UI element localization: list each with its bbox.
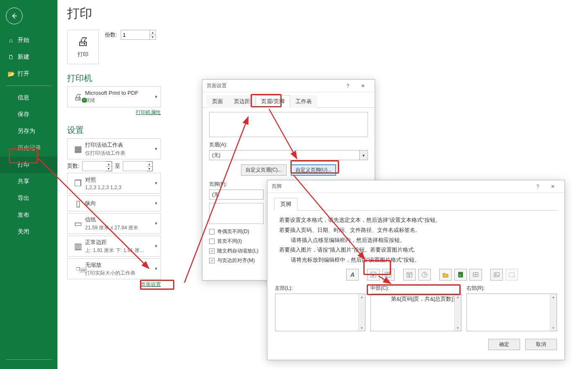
header-label: 页眉(A): xyxy=(209,141,368,148)
back-button[interactable] xyxy=(6,8,23,24)
checkbox-first-page[interactable] xyxy=(209,239,215,244)
pages-to-input[interactable] xyxy=(123,161,147,171)
copies-label: 份数: xyxy=(105,31,117,39)
opt-sub: 打印实际大小的工作表 xyxy=(85,270,135,277)
nav-saveas[interactable]: 另存为 xyxy=(0,123,57,140)
new-file-icon: 🗋 xyxy=(8,54,14,60)
opt-sub: 1,2,3 1,2,3 1,2,3 xyxy=(85,184,122,190)
nav-label: 另存为 xyxy=(18,127,35,135)
checkbox-scale[interactable]: ✓ xyxy=(209,248,215,254)
left-section-label: 左部(L): xyxy=(275,285,365,292)
insert-time-button[interactable] xyxy=(418,269,431,281)
chevron-down-icon: ▼ xyxy=(154,267,158,271)
checkbox-odd-even[interactable] xyxy=(209,229,215,234)
printer-selector[interactable]: 🖨✓ Microsoft Print to PDF 就绪 ▼ xyxy=(67,86,161,107)
svg-rect-4 xyxy=(387,273,391,277)
margins-selector[interactable]: ▥ 正常边距 上: 1.91 厘米 下: 1.91 厘… ▼ xyxy=(67,236,161,257)
insert-sheetname-button[interactable] xyxy=(469,269,482,281)
nav-new[interactable]: 🗋 新建 xyxy=(0,49,57,65)
svg-text:7: 7 xyxy=(408,274,410,278)
ok-button[interactable]: 确定 xyxy=(488,339,520,350)
nav-label: 新建 xyxy=(18,53,29,61)
scaling-selector[interactable]: ❐100 无缩放 打印实际大小的工作表 ▼ xyxy=(67,258,161,279)
scaling-icon: ❐100 xyxy=(71,267,85,271)
nav-home[interactable]: ⌂ 开始 xyxy=(0,32,57,49)
collate-icon: ❐ xyxy=(71,178,85,188)
print-what-selector[interactable]: ▦ 打印活动工作表 仅打印活动工作表 ▼ xyxy=(67,138,161,159)
chevron-down-icon: ▼ xyxy=(154,244,158,248)
page-setup-link[interactable]: 页面设置 xyxy=(141,281,161,287)
tab-page[interactable]: 页面 xyxy=(207,95,228,108)
footer-combo[interactable]: (无 xyxy=(209,190,264,200)
svg-text:#: # xyxy=(372,273,374,277)
insert-filepath-button[interactable] xyxy=(439,269,452,281)
nav-label: 打印 xyxy=(18,161,29,169)
dialog-title: 页面设置 xyxy=(207,82,227,89)
left-section-textarea[interactable]: ▴▾ xyxy=(275,294,365,331)
open-folder-icon: 📂 xyxy=(8,70,14,77)
center-section-textarea[interactable]: 第&[页码]页，共&[总页数]页▴▾ xyxy=(370,294,461,331)
pages-to-stepper[interactable]: ▲▼ xyxy=(147,161,153,172)
header-combo[interactable]: (无) ▾ xyxy=(209,150,368,160)
orientation-selector[interactable]: ▯ 纵向 ▼ xyxy=(67,195,161,211)
printer-device-icon: 🖨✓ xyxy=(71,92,85,102)
printer-icon: 🖨 xyxy=(67,34,98,48)
spin-up-icon[interactable]: ▲ xyxy=(150,30,155,35)
tab-header-footer[interactable]: 页眉/页脚 xyxy=(256,95,290,108)
scrollbar[interactable]: ▴▾ xyxy=(358,294,365,331)
nav-print[interactable]: 打印 xyxy=(0,156,57,173)
chk-label: 随文档自动缩放(L) xyxy=(217,247,259,255)
print-button-label: 打印 xyxy=(67,51,98,58)
nav-close[interactable]: 关闭 xyxy=(0,223,57,240)
nav-label: 发布 xyxy=(18,211,29,219)
format-picture-button[interactable] xyxy=(505,269,518,281)
nav-label: 开始 xyxy=(18,36,29,44)
help-button[interactable]: ? xyxy=(530,184,545,190)
nav-export[interactable]: 导出 xyxy=(0,190,57,207)
tab-sheet[interactable]: 工作表 xyxy=(290,95,317,108)
nav-save[interactable]: 保存 xyxy=(0,106,57,123)
right-section-textarea[interactable]: ▴▾ xyxy=(466,294,557,331)
nav-label: 历史记录 xyxy=(18,144,41,152)
checkbox-align[interactable]: ✓ xyxy=(209,258,215,263)
close-button[interactable]: ✕ xyxy=(545,184,560,190)
nav-label: 保存 xyxy=(18,111,29,118)
nav-separator xyxy=(6,86,52,86)
opt-title: 纵向 xyxy=(85,200,96,207)
pages-from-stepper[interactable]: ▲▼ xyxy=(106,161,112,172)
chevron-down-icon: ▼ xyxy=(154,221,158,226)
pages-to-label: 至 xyxy=(115,162,120,170)
right-section-label: 右部(R): xyxy=(466,285,557,292)
footer-tab[interactable]: 页脚 xyxy=(274,198,298,210)
print-button[interactable]: 🖨 打印 xyxy=(67,30,99,64)
collate-selector[interactable]: ❐ 对照 1,2,3 1,2,3 1,2,3 ▼ xyxy=(67,173,161,194)
custom-header-button[interactable]: 自定义页眉(C)... xyxy=(241,164,287,176)
footer-dialog: 页脚 ? ✕ 页脚 若要设置文本格式，请先选定文本，然后选择"设置文本格式"按钮… xyxy=(267,180,565,360)
scrollbar[interactable]: ▴▾ xyxy=(550,294,557,331)
format-text-button[interactable]: A xyxy=(346,269,359,281)
nav-share[interactable]: 共享 xyxy=(0,173,57,190)
pages-from-input[interactable] xyxy=(83,161,106,171)
insert-page-number-button[interactable]: # xyxy=(367,269,380,281)
custom-footer-button[interactable]: 自定义页脚(U)... xyxy=(291,164,337,176)
printer-properties-link[interactable]: 打印机属性 xyxy=(136,109,161,115)
nav-info[interactable]: 信息 xyxy=(0,89,57,106)
insert-date-button[interactable]: 7 xyxy=(403,269,416,281)
close-button[interactable]: ✕ xyxy=(355,83,370,89)
help-button[interactable]: ? xyxy=(340,83,355,89)
copies-stepper[interactable]: ▲▼ xyxy=(150,30,156,40)
copies-input[interactable] xyxy=(121,30,150,40)
insert-page-count-button[interactable] xyxy=(382,269,395,281)
nav-publish[interactable]: 发布 xyxy=(0,207,57,223)
chevron-down-icon: ▾ xyxy=(359,151,368,160)
cancel-button[interactable]: 取消 xyxy=(525,339,557,350)
nav-open[interactable]: 📂 打开 xyxy=(0,65,57,82)
insert-picture-button[interactable] xyxy=(490,269,503,281)
tab-margins[interactable]: 页边距 xyxy=(228,95,256,108)
footer-value: (无 xyxy=(212,191,219,198)
insert-filename-button[interactable]: x xyxy=(454,269,467,281)
nav-label: 导出 xyxy=(18,195,29,202)
paper-size-selector[interactable]: ▭ 信纸 21.59 厘米 x 27.94 厘米 ▼ xyxy=(67,213,161,234)
spin-down-icon[interactable]: ▼ xyxy=(150,35,155,40)
scrollbar[interactable]: ▴▾ xyxy=(454,294,461,331)
